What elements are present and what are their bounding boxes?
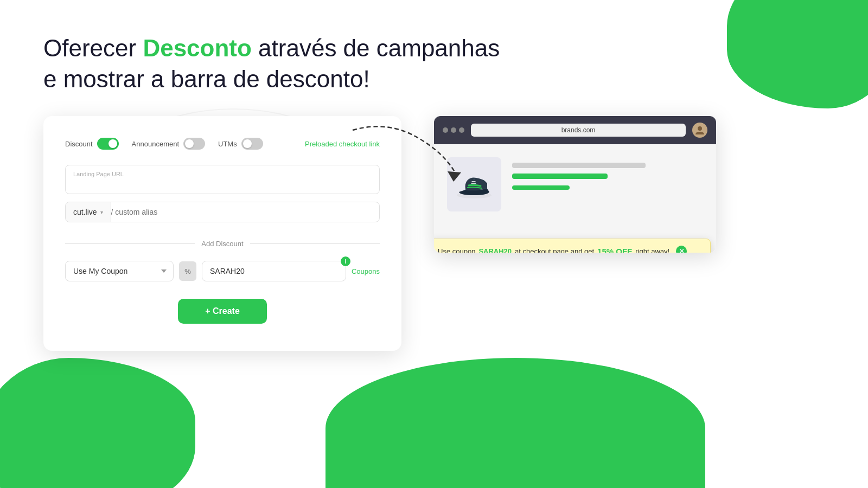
notif-coupon-code: SARAH20: [478, 247, 512, 253]
utms-label: UTMs: [218, 140, 237, 148]
headline: Oferecer Desconto através de campanhas e…: [43, 33, 825, 94]
utms-toggle-knob: [243, 139, 252, 148]
svg-point-1: [698, 126, 702, 131]
announcement-toggle[interactable]: [183, 138, 205, 150]
browser-dot-1: [443, 127, 448, 133]
product-line-3: [512, 185, 570, 190]
announcement-label: Announcement: [132, 140, 179, 148]
coupon-code-field: i: [202, 261, 346, 281]
coupon-type-select[interactable]: Use My Coupon Automatic Fixed Amount: [65, 261, 174, 281]
discount-label: Discount: [65, 140, 93, 148]
notif-discount-value: 15% OFF: [597, 247, 632, 253]
domain-name: cut.live: [73, 208, 97, 216]
discount-toggle-knob: [108, 139, 117, 148]
notification-bar: Use coupon SARAH20 at checkout page and …: [434, 239, 711, 253]
landing-page-input[interactable]: [73, 179, 372, 188]
browser-dot-2: [451, 127, 456, 133]
notif-suffix: right away!: [635, 247, 669, 253]
headline-suffix: através de campanhas: [252, 35, 500, 61]
landing-page-label: Landing Page URL: [73, 171, 372, 177]
alias-row: cut.live ▾: [65, 202, 380, 222]
create-button[interactable]: + Create: [178, 299, 267, 324]
shoe-icon: [455, 168, 494, 201]
headline-prefix: Oferecer: [43, 35, 143, 61]
preloaded-checkout-link[interactable]: Preloaded checkout link: [305, 140, 380, 148]
browser-window: brands.com: [434, 116, 716, 253]
add-discount-divider: Add Discount: [65, 240, 380, 248]
percent-icon: %: [179, 261, 196, 281]
info-badge: i: [341, 256, 350, 266]
divider-line-left: [65, 243, 195, 244]
announcement-toggle-knob: [185, 139, 194, 148]
product-line-2: [512, 174, 608, 179]
announcement-toggle-group: Announcement: [132, 138, 205, 150]
discount-row: Use My Coupon Automatic Fixed Amount % i…: [65, 261, 380, 281]
coupon-code-input[interactable]: [202, 261, 346, 281]
utms-toggle[interactable]: [241, 138, 263, 150]
discount-toggle[interactable]: [97, 138, 119, 150]
browser-dot-3: [459, 127, 464, 133]
domain-chevron-icon: ▾: [100, 209, 103, 215]
browser-panel: brands.com: [434, 116, 825, 253]
notification-close-button[interactable]: ✕: [676, 246, 687, 253]
divider-line-right: [250, 243, 380, 244]
product-info-placeholder: [512, 157, 703, 240]
landing-page-url-field: Landing Page URL: [65, 165, 380, 194]
notif-prefix: Use coupon: [438, 247, 475, 253]
browser-traffic-lights: [443, 127, 464, 133]
domain-selector[interactable]: cut.live ▾: [66, 202, 111, 222]
browser-url-bar[interactable]: brands.com: [471, 124, 686, 137]
browser-content: Use coupon SARAH20 at checkout page and …: [434, 144, 716, 253]
headline-line2: e mostrar a barra de desconto!: [43, 66, 370, 92]
product-line-1: [512, 163, 646, 168]
notif-middle: at checkout page and get: [515, 247, 594, 253]
add-discount-label: Add Discount: [201, 240, 243, 248]
utms-toggle-group: UTMs: [218, 138, 263, 150]
headline-highlight: Desconto: [143, 35, 251, 61]
browser-bar: brands.com: [434, 116, 716, 144]
browser-user-avatar: [692, 123, 707, 138]
coupons-link[interactable]: Coupons: [352, 267, 380, 275]
toggle-row: Discount Announcement UTMs: [65, 138, 380, 150]
form-card: Discount Announcement UTMs: [43, 116, 401, 351]
custom-alias-input[interactable]: [111, 202, 379, 222]
product-image: [447, 157, 501, 211]
discount-toggle-group: Discount: [65, 138, 119, 150]
